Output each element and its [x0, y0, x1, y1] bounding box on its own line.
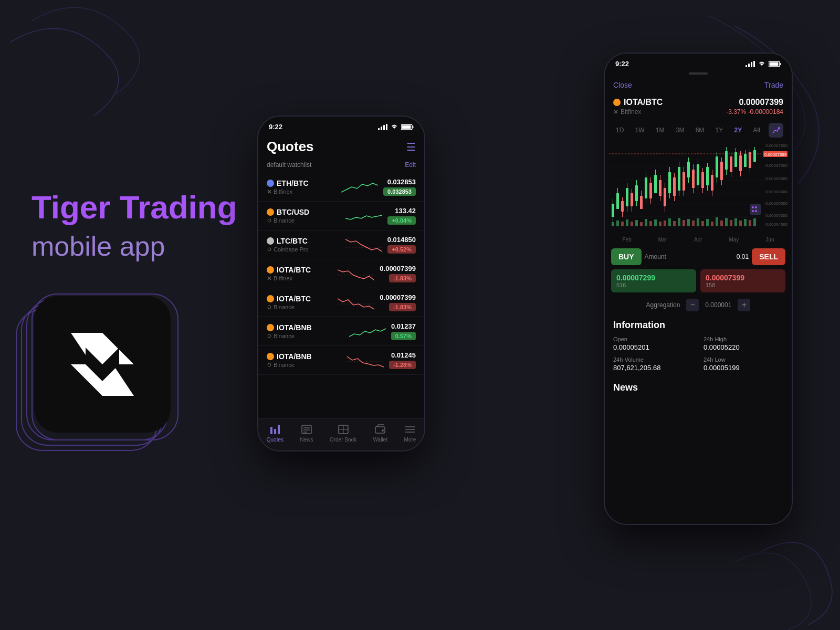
trade-button-header[interactable]: Trade	[764, 81, 783, 89]
quote-change: 0.032853	[383, 187, 416, 196]
quote-price: 0.00007399	[380, 265, 416, 272]
aggregation-plus[interactable]: +	[738, 299, 750, 311]
nav-item-wallet[interactable]: Wallet	[373, 424, 387, 443]
low-24h-value: 0.00005199	[704, 364, 783, 372]
chart-icon	[772, 126, 780, 134]
btc-icon	[267, 208, 274, 216]
quote-price: 133.42	[395, 207, 416, 215]
chart-type-button[interactable]	[769, 123, 783, 138]
menu-icon[interactable]: ☰	[406, 141, 416, 153]
svg-rect-152	[687, 219, 690, 226]
signal-bar-3	[751, 62, 752, 67]
svg-rect-141	[635, 220, 638, 226]
svg-rect-76	[659, 180, 662, 196]
coin-info: BTC/USD Binance	[267, 208, 340, 224]
period-1m[interactable]: 1M	[653, 125, 667, 135]
svg-rect-3	[402, 125, 411, 129]
quote-item[interactable]: IOTA/BTC Binance 0.00007399 -1.83%	[258, 288, 424, 317]
svg-point-171	[755, 210, 757, 212]
info-grid: Open 0.00005201 24h High 0.00005220 24h …	[613, 336, 783, 372]
wifi-icon	[390, 124, 398, 130]
svg-point-5	[268, 248, 271, 251]
quote-item[interactable]: BTC/USD Binance 133.42 +0.04%	[258, 202, 424, 230]
watchlist-label: default watchlist	[267, 161, 311, 169]
quote-right: 0.014850 +0.52%	[387, 236, 416, 254]
period-2y[interactable]: 2Y	[731, 125, 744, 135]
exchange-icon	[267, 362, 272, 368]
nav-label: Wallet	[373, 437, 387, 443]
time-label-apr: Apr	[694, 237, 702, 243]
low-24h-label: 24h Low	[704, 356, 783, 363]
low-24h-info: 24h Low 0.00005199	[704, 356, 783, 372]
coin-pair: IOTA/BNB	[267, 323, 344, 332]
exchange-tag: Bitfinex	[613, 108, 641, 116]
svg-rect-150	[678, 218, 680, 226]
quote-right: 0.00007399 -1.83%	[380, 265, 416, 282]
quote-item[interactable]: LTC/BTC Coinbase Pro 0.014850 +0.52%	[258, 230, 424, 259]
quote-item[interactable]: IOTA/BTC Bitfinex 0.00007399 -1.83%	[258, 259, 424, 288]
coin-pair: IOTA/BTC	[267, 266, 332, 274]
nav-item-news[interactable]: News	[300, 424, 313, 443]
svg-rect-63	[635, 185, 638, 201]
nav-item-orderbook[interactable]: Order Book	[330, 424, 356, 443]
high-24h-info: 24h High 0.00005220	[704, 336, 783, 351]
period-1d[interactable]: 1D	[613, 125, 626, 135]
period-3m[interactable]: 3M	[673, 125, 687, 135]
volume-24h-value: 807,621,205.68	[613, 364, 693, 372]
high-24h-value: 0.00005220	[704, 343, 783, 351]
period-1w[interactable]: 1W	[633, 125, 647, 135]
aggregation-minus[interactable]: −	[686, 299, 699, 311]
coin-info: IOTA/BTC Binance	[267, 295, 332, 310]
edit-button[interactable]: Edit	[405, 161, 416, 169]
period-6m[interactable]: 6M	[693, 125, 707, 135]
trade-subtitle: Bitfinex -3.37% -0.00000184	[613, 108, 783, 116]
coin-pair: IOTA/BTC	[267, 295, 332, 303]
quote-item[interactable]: IOTA/BNB Binance 0.01237 0.57%	[258, 317, 424, 346]
buy-button[interactable]: BUY	[611, 248, 642, 265]
time-label-mar: Mar	[658, 237, 667, 243]
amount-value: 0.01	[668, 253, 749, 260]
candlestick-chart: 0.00007500 0.00007399 0.00007399 0.00007…	[609, 141, 788, 230]
order-book-row: 0.00007299 516 0.00007399 158	[611, 269, 785, 292]
signal-bars-2	[746, 61, 755, 67]
iota-icon	[267, 353, 274, 360]
nav-item-more[interactable]: More	[404, 424, 416, 443]
bid-order[interactable]: 0.00007299 516	[611, 269, 696, 292]
svg-rect-97	[692, 170, 695, 188]
period-1y[interactable]: 1Y	[713, 125, 726, 135]
svg-rect-149	[673, 221, 676, 226]
trade-price: 0.00007399	[739, 98, 783, 107]
nav-item-quotes[interactable]: Quotes	[267, 424, 284, 443]
quote-item[interactable]: IOTA/BNB Binance 0.01245 -1.28%	[258, 346, 424, 375]
svg-point-169	[755, 206, 757, 208]
period-all[interactable]: All	[750, 125, 762, 135]
coin-pair: ETH/BTC	[267, 179, 336, 187]
svg-rect-85	[673, 177, 676, 196]
quote-change: -1.28%	[389, 361, 416, 369]
watchlist-header: default watchlist Edit	[258, 159, 424, 173]
signal-bar-1	[378, 128, 380, 130]
bid-qty: 516	[616, 282, 691, 288]
aggregation-value: 0.000001	[705, 301, 731, 309]
close-button[interactable]: Close	[613, 81, 632, 89]
quote-item[interactable]: ETH/BTC Bitfinex 0.032853 0.032853	[258, 173, 424, 202]
svg-rect-115	[720, 162, 723, 180]
svg-point-8	[268, 306, 271, 309]
coin-pair: IOTA/BNB	[267, 352, 342, 361]
ask-order[interactable]: 0.00007399 158	[700, 269, 785, 292]
app-subtitle: mobile app	[32, 230, 252, 262]
signal-bar-3	[383, 125, 385, 130]
phone-trading: 9:22	[604, 52, 793, 525]
exchange-icon	[267, 333, 272, 339]
svg-point-4	[268, 219, 271, 222]
app-icon	[34, 296, 171, 433]
svg-point-170	[752, 210, 754, 212]
mini-chart-ltc	[345, 237, 382, 253]
svg-rect-82	[668, 172, 671, 193]
exchange-icon	[267, 247, 272, 252]
svg-rect-91	[682, 172, 685, 191]
sell-button[interactable]: SELL	[752, 248, 785, 265]
amount-label: Amount	[645, 253, 666, 260]
nav-label: More	[404, 437, 416, 443]
trade-coin-pair: IOTA/BTC 0.00007399	[613, 98, 783, 107]
